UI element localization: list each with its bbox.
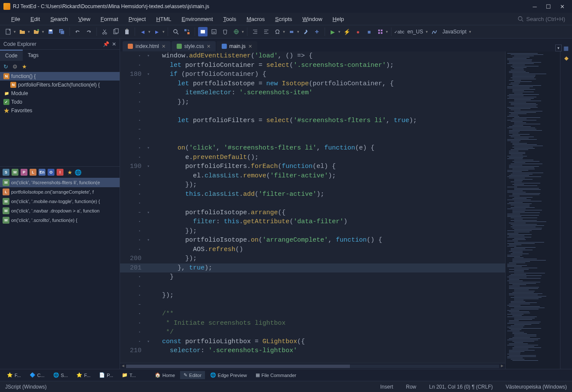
code-text[interactable]: this.classList.add('filter-active'); xyxy=(153,190,505,199)
code-text[interactable]: }, true); xyxy=(153,263,505,273)
code-text[interactable]: AOS.refresh() xyxy=(153,245,505,254)
open-file-button[interactable] xyxy=(18,27,27,36)
code-text[interactable]: */ xyxy=(153,328,505,337)
fold-toggle[interactable]: ▾ xyxy=(144,208,153,218)
symbol-list-item[interactable]: Mon('click', '.navbar .dropdown > a', fu… xyxy=(0,206,120,215)
code-line[interactable]: · }); xyxy=(120,227,505,236)
code-editor[interactable]: ·▾ window.addEventListener('load', () =>… xyxy=(120,51,505,369)
find-button[interactable] xyxy=(171,27,181,36)
code-line[interactable]: · filter: this.getAttribute('data-filter… xyxy=(120,217,505,227)
filter-m[interactable]: M xyxy=(12,169,18,176)
omega-button[interactable]: Ω xyxy=(273,27,282,36)
code-text[interactable]: portfolioIsotope.on('arrangeComplete', f… xyxy=(153,236,505,245)
code-line[interactable]: · this.classList.add('filter-active'); xyxy=(120,190,505,199)
code-line[interactable]: · xyxy=(120,135,505,144)
bottom-left-tab-0[interactable]: ⭐F... xyxy=(3,371,24,379)
horizontal-scrollbar[interactable]: ◄ ► xyxy=(120,363,505,369)
menu-environment[interactable]: Environment xyxy=(178,14,217,24)
fold-toggle[interactable]: ▾ xyxy=(144,162,153,171)
lightning-button[interactable]: ⚡ xyxy=(342,27,352,36)
code-line[interactable]: · xyxy=(120,199,505,208)
code-line[interactable]: · e.preventDefault(); xyxy=(120,153,505,162)
tree-item[interactable]: NportfolioFilters.forEach(function(el) { xyxy=(0,81,120,89)
action-diamond-icon[interactable]: ◆ xyxy=(564,55,569,61)
minimap[interactable] xyxy=(505,51,560,369)
open-folder-button[interactable] xyxy=(32,27,41,36)
code-text[interactable]: itemSelector: '.screenshots-item' xyxy=(153,88,505,98)
code-text[interactable]: selector: '.screenshots-lightbox' xyxy=(153,346,505,356)
code-line[interactable]: 200 }); xyxy=(120,254,505,263)
star-add-icon[interactable]: ★ xyxy=(22,63,27,70)
code-text[interactable]: let portfolioContainer = select('.screen… xyxy=(153,61,505,70)
code-line[interactable]: 201 }, true); xyxy=(120,263,505,273)
code-text[interactable]: window.addEventListener('load', () => { xyxy=(153,51,505,61)
code-line[interactable]: · /** xyxy=(120,309,505,319)
menu-macros[interactable]: Macros xyxy=(242,14,269,24)
code-text[interactable] xyxy=(153,135,505,144)
code-text[interactable]: }); xyxy=(153,227,505,236)
menu-search[interactable]: Search xyxy=(46,14,72,24)
bottom-left-tab-4[interactable]: 📄P... xyxy=(96,371,117,379)
menu-scripts[interactable]: Scripts xyxy=(271,14,297,24)
code-text[interactable]: let portfolioIsotope = new Isotope(portf… xyxy=(153,79,505,89)
symbol-list-item[interactable]: Mon('click', '.mobile-nav-toggle', funct… xyxy=(0,197,120,206)
bottom-left-tab-5[interactable]: 📁T... xyxy=(118,371,139,379)
wrench-button[interactable] xyxy=(301,27,310,36)
syntax-selector[interactable]: JavaScript xyxy=(441,29,468,35)
fold-toggle[interactable]: ▾ xyxy=(144,144,153,153)
code-line[interactable]: · AOS.refresh() xyxy=(120,245,505,254)
maximize-button[interactable]: ☐ xyxy=(545,3,551,9)
code-text[interactable]: }); xyxy=(153,180,505,190)
outdent-button[interactable] xyxy=(262,27,271,36)
code-text[interactable] xyxy=(153,199,505,208)
code-line[interactable]: · let portfolioFilters = select('#screen… xyxy=(120,116,505,126)
code-line[interactable]: · let portfolioContainer = select('.scre… xyxy=(120,61,505,70)
code-line[interactable]: 180▾ if (portfolioContainer) { xyxy=(120,70,505,79)
menu-help[interactable]: Help xyxy=(328,14,349,24)
code-line[interactable]: · }); xyxy=(120,98,505,107)
panel-close-icon[interactable]: ✕ xyxy=(112,41,116,47)
status-encoding[interactable]: Västeuropeiska (Windows) xyxy=(506,384,567,390)
fold-toggle[interactable]: ▾ xyxy=(144,51,153,61)
code-line[interactable]: ·▾ on('click', '#screenshots-flters li',… xyxy=(120,144,505,153)
nav-forward-button[interactable]: ► xyxy=(152,27,162,36)
tab-grid-button[interactable]: ▦ xyxy=(563,45,569,51)
code-text[interactable] xyxy=(153,125,505,135)
code-text[interactable]: portfolioFilters.forEach(function(el) { xyxy=(153,162,505,171)
tree-item[interactable]: ✓Todo xyxy=(0,98,120,106)
fold-toggle[interactable]: ▾ xyxy=(144,337,153,347)
code-text[interactable]: e.preventDefault(); xyxy=(153,153,505,162)
code-line[interactable]: · xyxy=(120,282,505,291)
menu-tools[interactable]: Tools xyxy=(219,14,241,24)
symbol-list-item[interactable]: LportfolioIsotope.on('arrangeComplete', … xyxy=(0,187,120,197)
code-text[interactable] xyxy=(153,282,505,291)
code-text[interactable]: el.classList.remove('filter-active'); xyxy=(153,171,505,181)
grid-button[interactable] xyxy=(376,27,385,36)
filter-o[interactable]: O xyxy=(48,169,54,176)
filter-![interactable]: ! xyxy=(57,169,63,176)
menu-html[interactable]: HTML xyxy=(152,14,175,24)
plugin-button[interactable] xyxy=(312,27,322,36)
code-line[interactable]: · * Initiate screenshots lightbox xyxy=(120,319,505,328)
menu-view[interactable]: View xyxy=(74,14,95,24)
code-text[interactable]: filter: this.getAttribute('data-filter') xyxy=(153,217,505,227)
doc-tab-index-html[interactable]: index.html✕ xyxy=(123,41,171,51)
code-line[interactable]: ·▾ window.addEventListener('load', () =>… xyxy=(120,51,505,61)
code-text[interactable]: portfolioIsotope.arrange({ xyxy=(153,208,505,218)
code-text[interactable] xyxy=(153,107,505,116)
code-line[interactable]: - xyxy=(120,125,505,135)
paste-button[interactable] xyxy=(122,27,132,36)
save-button[interactable] xyxy=(46,27,55,36)
tab-code[interactable]: Code xyxy=(0,50,23,61)
stop-button[interactable]: ■ xyxy=(364,27,374,36)
copy-button[interactable] xyxy=(111,27,120,36)
view-tab-file-commander[interactable]: ▦File Commander xyxy=(252,371,300,379)
html-validate-button[interactable]: H xyxy=(209,27,219,36)
tab-list-button[interactable]: ▾ xyxy=(555,45,562,51)
indent-button[interactable] xyxy=(250,27,260,36)
pin-icon[interactable]: 📌 xyxy=(103,41,109,47)
cut-button[interactable] xyxy=(100,27,109,36)
code-line[interactable]: ·▾ const portfolioLightbox = GLightbox({ xyxy=(120,337,505,347)
tag-button[interactable] xyxy=(287,27,296,36)
code-line[interactable]: · itemSelector: '.screenshots-item' xyxy=(120,88,505,98)
